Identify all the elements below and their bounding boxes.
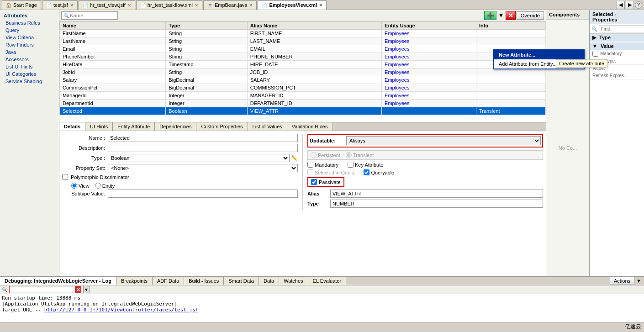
- search-icon: 🔍: [63, 13, 69, 18]
- type-select[interactable]: Boolean: [108, 154, 290, 162]
- sidebar-item-service-shaping[interactable]: Service Shaping: [0, 78, 59, 85]
- cell-entity-link[interactable]: Employees: [385, 69, 409, 75]
- cell-entity-link[interactable]: Employees: [385, 62, 409, 67]
- add-dropdown-arrow[interactable]: ▼: [497, 12, 505, 19]
- log-tab-smart-data[interactable]: Smart Data: [224, 277, 259, 285]
- props-search-input[interactable]: [599, 25, 644, 32]
- mandatory-checkbox[interactable]: [307, 162, 313, 168]
- cell-entity-link[interactable]: Employees: [385, 46, 409, 52]
- updatable-select[interactable]: Always While New Never: [346, 136, 541, 145]
- description-input[interactable]: [108, 144, 298, 152]
- actions-dropdown-arrow[interactable]: ▼: [636, 278, 641, 284]
- edit-type-icon[interactable]: ✏️: [291, 155, 298, 161]
- log-url-link[interactable]: http://127.0.0.1:7101/ViewController/fac…: [44, 307, 199, 313]
- detail-tab-custom-props[interactable]: Custom Properties: [196, 122, 248, 131]
- props-section-value[interactable]: ▼ Value: [590, 42, 644, 50]
- log-tab-data[interactable]: Data: [259, 277, 279, 285]
- props-mandatory-checkbox[interactable]: [592, 51, 598, 57]
- tab-test-jsf[interactable]: 📄 test.jsf ✕: [42, 0, 78, 10]
- table-row[interactable]: LastNameStringLAST_NAMEEmployees: [60, 37, 546, 45]
- tab-employees-view[interactable]: 📄 EmployeesView.xml ✕: [258, 0, 327, 10]
- detail-tab-validation[interactable]: Validation Rules: [287, 122, 333, 131]
- cell-entity-link[interactable]: Employees: [385, 85, 409, 90]
- name-input[interactable]: [108, 134, 298, 142]
- detail-tab-list-of-values[interactable]: List of Values: [248, 122, 287, 131]
- property-set-select[interactable]: <None>: [108, 164, 298, 172]
- table-row[interactable]: DepartmentIdIntegerDEPARTMENT_IDEmployee…: [60, 100, 546, 107]
- tab-start-page[interactable]: 🏠 Start Page: [2, 0, 41, 10]
- polymorphic-checkbox[interactable]: [62, 174, 68, 180]
- cell-entity-link[interactable]: Employees: [385, 93, 409, 98]
- table-row[interactable]: EmailStringEMAILEmployees: [60, 45, 546, 53]
- detail-tab-details[interactable]: Details: [59, 122, 85, 131]
- cell-entity-link[interactable]: Employees: [385, 31, 409, 36]
- sidebar-item-list-ui-hints[interactable]: List UI Hints: [0, 63, 59, 70]
- tab-close-employees[interactable]: ✕: [319, 3, 322, 8]
- log-clear-button[interactable]: ✕: [75, 286, 81, 293]
- cell-entity-link[interactable]: Employees: [385, 100, 409, 106]
- tab-close-view[interactable]: ✕: [127, 3, 131, 8]
- passivate-checkbox[interactable]: [311, 179, 317, 185]
- table-row[interactable]: SalaryBigDecimalSALARYEmployees: [60, 76, 546, 84]
- sidebar-item-view-criteria[interactable]: View Criteria: [0, 34, 59, 41]
- props-section-type[interactable]: ▶ Type: [590, 34, 644, 42]
- override-button[interactable]: Override: [517, 11, 544, 20]
- detail-tab-dependencies[interactable]: Dependencies: [155, 122, 196, 131]
- cell-name: Salary: [60, 76, 166, 84]
- log-search-input[interactable]: [10, 287, 74, 292]
- tab-close-jsf[interactable]: ✕: [70, 3, 74, 8]
- search-input[interactable]: [70, 13, 116, 18]
- log-tab-build-issues[interactable]: Build - Issues: [184, 277, 224, 285]
- view-radio[interactable]: [71, 183, 77, 189]
- sidebar-item-business-rules[interactable]: Business Rules: [0, 19, 59, 26]
- table-row[interactable]: ManagerIdIntegerMANAGER_IDEmployees: [60, 92, 546, 100]
- log-dropdown-button[interactable]: ▼: [83, 286, 90, 293]
- alias-input[interactable]: [330, 190, 543, 198]
- sidebar-section-attributes[interactable]: Attributes: [0, 12, 59, 19]
- log-tab-el-evaluator[interactable]: EL Evaluator: [308, 277, 347, 285]
- cell-entity-link[interactable]: Employees: [385, 54, 409, 59]
- actions-button[interactable]: Actions: [610, 277, 634, 285]
- new-attribute-menu-item[interactable]: New Attribute...: [494, 50, 584, 59]
- polymorphic-label: Polymorphic Discriminator: [71, 174, 129, 180]
- tab-taskflow[interactable]: 📄 hr_test_taskflow.xml ✕: [136, 0, 202, 10]
- cell-entity-link[interactable]: Employees: [385, 38, 409, 44]
- table-row[interactable]: JobIdStringJOB_IDEmployees: [60, 69, 546, 76]
- tab-close-empbean[interactable]: ✕: [249, 3, 253, 8]
- scroll-tabs-right[interactable]: ▶: [626, 1, 634, 9]
- subtype-input[interactable]: [108, 190, 298, 198]
- search-box[interactable]: 🔍: [61, 11, 118, 20]
- table-row[interactable]: FirstNameStringFIRST_NAMEEmployees: [60, 30, 546, 37]
- alias-row: Alias: [307, 190, 543, 198]
- queryable-checkbox[interactable]: [364, 169, 370, 175]
- entity-radio[interactable]: [95, 183, 101, 189]
- scroll-tabs-left[interactable]: ◀: [617, 1, 625, 9]
- cell-entity-link[interactable]: Employees: [385, 77, 409, 83]
- sidebar-item-row-finders[interactable]: Row Finders: [0, 41, 59, 48]
- key-attribute-checkbox[interactable]: [348, 162, 354, 168]
- table-row[interactable]: PhoneNumberStringPHONE_NUMBEREmployees: [60, 53, 546, 61]
- log-tab-debugging[interactable]: Debugging: IntegratedWebLogicServer - Lo…: [0, 277, 116, 285]
- tab-close-taskflow[interactable]: ✕: [195, 3, 198, 8]
- sidebar-item-ui-categories[interactable]: UI Categories: [0, 70, 59, 78]
- table-row[interactable]: HireDateTimestampHIRE_DATEEmployees: [60, 61, 546, 69]
- tab-icon-start: 🏠: [6, 3, 11, 8]
- sidebar-item-accessors[interactable]: Accessors: [0, 56, 59, 63]
- table-row[interactable]: SelectedBooleanVIEW_ATTRTransient: [60, 107, 546, 115]
- sidebar-item-query[interactable]: Query: [0, 26, 59, 34]
- cell-name: PhoneNumber: [60, 53, 166, 61]
- detail-tab-ui-hints[interactable]: UI Hints: [85, 122, 113, 131]
- delete-attribute-button[interactable]: ✕: [506, 11, 516, 20]
- type-alias-input[interactable]: [330, 200, 543, 208]
- table-row[interactable]: CommissionPctBigDecimalCOMMISSION_PCTEmp…: [60, 84, 546, 92]
- help-button[interactable]: ?: [635, 1, 642, 9]
- sidebar-item-java[interactable]: Java: [0, 48, 59, 56]
- tab-hr-view[interactable]: 📄 hr_test_view.jsff ✕: [79, 0, 135, 10]
- add-attribute-button[interactable]: ➕: [484, 11, 496, 20]
- tab-empbean[interactable]: ☕ EmpBean.java ✕: [203, 0, 257, 10]
- detail-tab-entity-attr[interactable]: Entity Attribute: [113, 122, 155, 131]
- log-tab-adf-data[interactable]: ADF Data: [153, 277, 184, 285]
- log-tab-watches[interactable]: Watches: [279, 277, 308, 285]
- log-tab-breakpoints[interactable]: Breakpoints: [116, 277, 153, 285]
- cell-info: [476, 37, 546, 45]
